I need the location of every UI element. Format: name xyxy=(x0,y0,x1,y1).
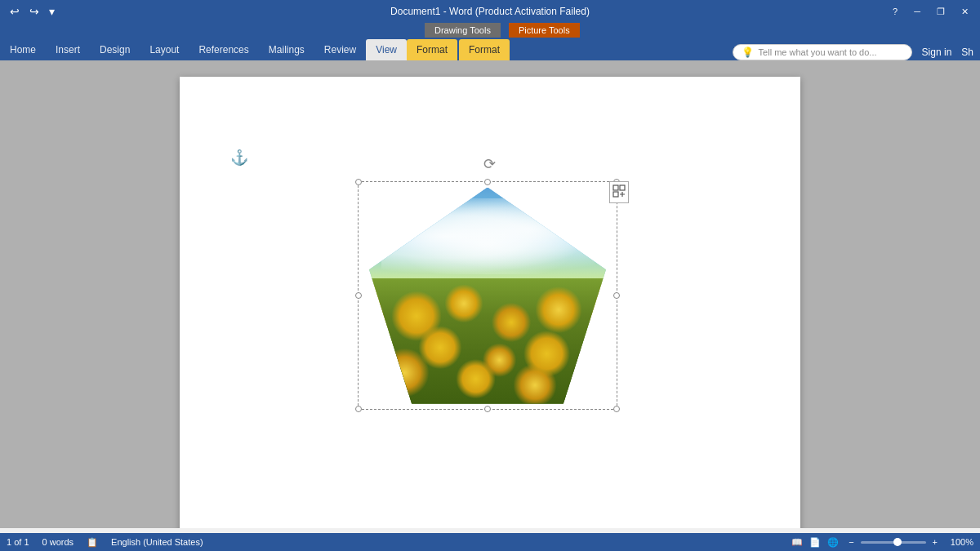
selection-box xyxy=(358,181,617,410)
tab-layout[interactable]: Layout xyxy=(140,39,189,60)
page-count: 1 of 1 xyxy=(7,537,29,547)
zoom-track[interactable] xyxy=(861,541,926,544)
read-mode-icon[interactable]: 📖 xyxy=(791,537,803,548)
minimize-button[interactable]: ─ xyxy=(909,5,925,18)
lightbulb-icon: 💡 xyxy=(742,47,754,58)
handle-middle-left[interactable] xyxy=(355,292,362,299)
tab-drawing-format[interactable]: Format xyxy=(407,39,457,60)
picture-tools-header: Picture Tools xyxy=(509,23,580,38)
close-button[interactable]: ✕ xyxy=(956,5,973,19)
sign-in-button[interactable]: Sign in xyxy=(922,47,952,58)
customize-qa-button[interactable]: ▾ xyxy=(46,3,58,20)
tab-insert[interactable]: Insert xyxy=(46,39,90,60)
proofing-icon[interactable]: 📋 xyxy=(87,537,98,548)
word-count: 0 words xyxy=(42,537,74,547)
zoom-level[interactable]: 100% xyxy=(947,537,973,547)
anchor-icon: ⚓ xyxy=(230,149,248,167)
tab-review[interactable]: Review xyxy=(314,39,366,60)
zoom-slider: − + xyxy=(845,537,941,547)
tab-mailings[interactable]: Mailings xyxy=(259,39,314,60)
zoom-plus-button[interactable]: + xyxy=(929,537,941,547)
redo-button[interactable]: ↪ xyxy=(26,3,42,20)
handle-bottom-left[interactable] xyxy=(355,406,362,412)
tab-picture-format[interactable]: Format xyxy=(459,39,510,60)
drawing-tools-header: Drawing Tools xyxy=(425,23,501,38)
rotate-handle[interactable]: ⟳ xyxy=(483,155,496,173)
tab-view[interactable]: View xyxy=(366,39,407,60)
zoom-thumb[interactable] xyxy=(893,538,902,546)
layout-options-button[interactable] xyxy=(609,181,629,203)
restore-button[interactable]: ❐ xyxy=(932,5,950,19)
title-bar: ↩ ↪ ▾ Document1 - Word (Product Activati… xyxy=(0,0,980,23)
handle-bottom-right[interactable] xyxy=(613,406,620,412)
language[interactable]: English (United States) xyxy=(111,537,203,547)
handle-top-left[interactable] xyxy=(355,179,362,185)
tab-home[interactable]: Home xyxy=(0,39,46,60)
web-layout-icon[interactable]: 🌐 xyxy=(827,537,839,548)
print-layout-icon[interactable]: 📄 xyxy=(809,537,821,548)
window-controls: ? ─ ❐ ✕ xyxy=(888,5,973,19)
document-page: ⚓ ⟳ xyxy=(180,77,800,528)
window-help-button[interactable]: ? xyxy=(888,5,902,18)
layout-options-icon xyxy=(612,184,626,198)
undo-button[interactable]: ↩ xyxy=(7,3,23,20)
window-title: Document1 - Word (Product Activation Fai… xyxy=(390,6,590,17)
tell-me-placeholder: Tell me what you want to do... xyxy=(759,47,877,57)
quick-access-toolbar: ↩ ↪ ▾ xyxy=(7,3,58,20)
zoom-minus-button[interactable]: − xyxy=(845,537,857,547)
tell-me-input[interactable]: 💡 Tell me what you want to do... xyxy=(733,44,912,60)
svg-rect-0 xyxy=(613,185,618,190)
status-bar: 1 of 1 0 words 📋 English (United States)… xyxy=(0,533,980,551)
tab-references[interactable]: References xyxy=(189,39,258,60)
handle-bottom-center[interactable] xyxy=(484,406,491,412)
svg-rect-2 xyxy=(613,192,618,197)
document-area: ⚓ ⟳ xyxy=(0,60,980,528)
ribbon-area: Drawing Tools Picture Tools Home Insert … xyxy=(0,23,980,60)
svg-rect-1 xyxy=(620,185,625,190)
status-right: 📖 📄 🌐 − + 100% xyxy=(791,537,973,548)
tab-row: Home Insert Design Layout References Mai… xyxy=(0,38,980,60)
handle-middle-right[interactable] xyxy=(613,292,620,299)
tab-design[interactable]: Design xyxy=(90,39,140,60)
share-button[interactable]: Sh xyxy=(961,47,973,58)
handle-top-center[interactable] xyxy=(484,179,491,185)
